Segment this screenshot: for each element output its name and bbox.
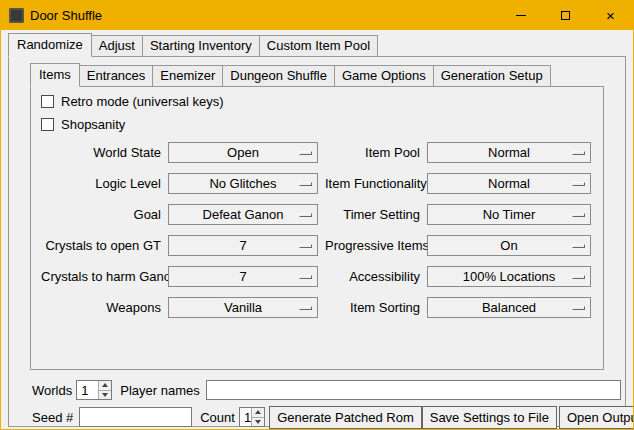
randomize-panel: Items Entrances Enemizer Dungeon Shuffle… — [8, 56, 626, 427]
item-sorting-label: Item Sorting — [325, 300, 420, 315]
progressive-items-dropdown[interactable]: On — [427, 235, 591, 256]
player-names-input[interactable] — [206, 380, 621, 400]
dropdown-indicator-icon — [572, 182, 585, 186]
arrow-down-icon — [255, 420, 261, 424]
minimize-button[interactable] — [498, 1, 543, 30]
tab-generation-setup[interactable]: Generation Setup — [433, 65, 551, 87]
weapons-dropdown[interactable]: Vanilla — [168, 297, 318, 318]
window-title: Door Shuffle — [30, 8, 498, 23]
spin-up-button[interactable] — [99, 381, 111, 390]
maximize-icon — [561, 11, 570, 20]
tab-dungeon-shuffle[interactable]: Dungeon Shuffle — [222, 65, 335, 87]
dropdown-indicator-icon — [572, 151, 585, 155]
bottom-controls: Worlds 1 Player names Seed # Count — [30, 379, 623, 429]
logic-level-dropdown[interactable]: No Glitches — [168, 173, 318, 194]
dropdown-indicator-icon — [572, 213, 585, 217]
save-settings-button[interactable]: Save Settings to File — [422, 406, 557, 429]
tab-entrances[interactable]: Entrances — [79, 65, 154, 87]
logic-level-label: Logic Level — [41, 176, 161, 191]
accessibility-label: Accessibility — [325, 269, 420, 284]
crystals-open-gt-dropdown[interactable]: 7 — [168, 235, 318, 256]
close-icon: × — [606, 8, 615, 23]
maximize-button[interactable] — [543, 1, 588, 30]
progressive-items-label: Progressive Items — [325, 238, 420, 253]
arrow-up-icon — [102, 383, 108, 387]
seed-label: Seed # — [32, 410, 73, 425]
item-functionality-label: Item Functionality — [325, 176, 420, 191]
dropdown-indicator-icon — [572, 275, 585, 279]
tab-starting-inventory[interactable]: Starting Inventory — [142, 35, 260, 57]
sub-tab-bar: Items Entrances Enemizer Dungeon Shuffle… — [30, 63, 623, 86]
timer-setting-dropdown[interactable]: No Timer — [427, 204, 591, 225]
dropdown-indicator-icon — [572, 306, 585, 310]
item-pool-dropdown[interactable]: Normal — [427, 142, 591, 163]
crystals-harm-ganon-dropdown[interactable]: 7 — [168, 266, 318, 287]
spin-down-button[interactable] — [252, 417, 264, 427]
accessibility-dropdown[interactable]: 100% Locations — [427, 266, 591, 287]
dropdown-indicator-icon — [299, 306, 312, 310]
items-panel: Retro mode (universal keys) Shopsanity W… — [30, 86, 604, 370]
spinner-arrows — [251, 408, 264, 426]
dropdown-indicator-icon — [299, 182, 312, 186]
window-controls: × — [498, 1, 633, 30]
goal-dropdown[interactable]: Defeat Ganon — [168, 204, 318, 225]
world-state-label: World State — [41, 145, 161, 160]
world-state-dropdown[interactable]: Open — [168, 142, 318, 163]
item-sorting-dropdown[interactable]: Balanced — [427, 297, 591, 318]
player-names-label: Player names — [120, 383, 199, 398]
worlds-row: Worlds 1 Player names — [32, 379, 623, 401]
titlebar: Door Shuffle × — [1, 1, 633, 30]
spinner-arrows — [98, 381, 111, 399]
crystals-harm-ganon-label: Crystals to harm Ganon — [41, 269, 161, 284]
client-area: Randomize Adjust Starting Inventory Cust… — [1, 30, 633, 430]
settings-grid: World State Open Item Pool Normal Logic … — [41, 142, 593, 318]
count-label: Count — [200, 410, 235, 425]
worlds-spinbox[interactable]: 1 — [76, 380, 112, 400]
tab-custom-item-pool[interactable]: Custom Item Pool — [259, 35, 378, 57]
spin-down-button[interactable] — [99, 390, 111, 400]
close-button[interactable]: × — [588, 1, 633, 30]
retro-mode-checkbox[interactable]: Retro mode (universal keys) — [41, 94, 593, 109]
retro-mode-label: Retro mode (universal keys) — [61, 94, 224, 109]
item-functionality-dropdown[interactable]: Normal — [427, 173, 591, 194]
tab-game-options[interactable]: Game Options — [334, 65, 434, 87]
open-output-directory-button[interactable]: Open Output Directory — [559, 406, 634, 429]
main-tab-bar: Randomize Adjust Starting Inventory Cust… — [8, 33, 633, 56]
tab-adjust[interactable]: Adjust — [91, 35, 143, 57]
minimize-icon — [516, 15, 526, 16]
item-pool-label: Item Pool — [325, 145, 420, 160]
tab-randomize[interactable]: Randomize — [8, 33, 92, 57]
dropdown-indicator-icon — [299, 275, 312, 279]
app-window: Door Shuffle × Randomize Adjust Starting… — [0, 0, 634, 430]
dropdown-indicator-icon — [299, 244, 312, 248]
timer-setting-label: Timer Setting — [325, 207, 420, 222]
dropdown-indicator-icon — [299, 151, 312, 155]
app-icon — [9, 8, 24, 23]
shopsanity-label: Shopsanity — [61, 117, 125, 132]
seed-input[interactable] — [79, 407, 192, 427]
checkbox-box-icon[interactable] — [41, 95, 54, 108]
count-spinbox[interactable]: 1 — [239, 407, 265, 427]
generate-patched-rom-button[interactable]: Generate Patched Rom — [269, 406, 422, 429]
crystals-open-gt-label: Crystals to open GT — [41, 238, 161, 253]
goal-label: Goal — [41, 207, 161, 222]
dropdown-indicator-icon — [299, 213, 312, 217]
checkbox-box-icon[interactable] — [41, 118, 54, 131]
arrow-down-icon — [102, 393, 108, 397]
seed-row: Seed # Count 1 Generate Patched Rom Save… — [32, 405, 623, 429]
weapons-label: Weapons — [41, 300, 161, 315]
shopsanity-checkbox[interactable]: Shopsanity — [41, 117, 593, 132]
arrow-up-icon — [255, 410, 261, 414]
worlds-label: Worlds — [32, 383, 72, 398]
spin-up-button[interactable] — [252, 408, 264, 417]
tab-items[interactable]: Items — [30, 63, 80, 87]
tab-enemizer[interactable]: Enemizer — [152, 65, 223, 87]
dropdown-indicator-icon — [572, 244, 585, 248]
